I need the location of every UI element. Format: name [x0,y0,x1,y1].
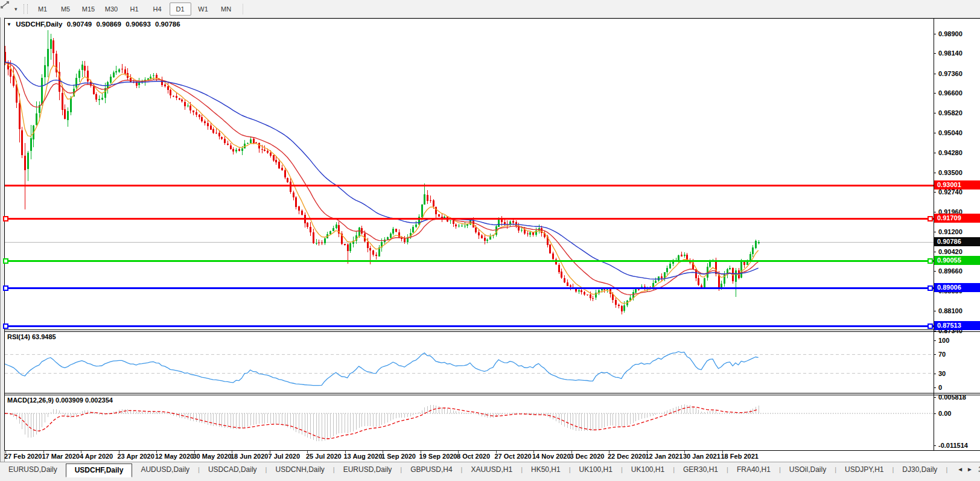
date-label: 30 Jan 2021 [683,453,721,460]
price-level-chip: 0.91709 [934,214,980,223]
timeframe-button-m1[interactable]: M1 [32,2,54,16]
chart-tab-ger30-h1[interactable]: GER30,H1 [675,463,727,476]
chart-tab-usdcnh-daily[interactable]: USDCNH,Daily [267,463,332,476]
timeframe-button-h1[interactable]: H1 [124,2,145,16]
axis-tick [934,252,936,252]
line-handle-right[interactable] [928,323,933,329]
timeframe-button-m5[interactable]: M5 [55,2,77,16]
chart-tab-uk100-h1[interactable]: UK100,H1 [571,463,621,476]
date-label: 19 Sep 2020 [419,453,457,460]
price-level-chip: 0.93001 [934,180,980,190]
horizontal-level-line[interactable] [5,185,934,186]
chart-tab-eurusd-daily[interactable]: EURUSD,Daily [335,463,401,476]
chart-collapse-icon[interactable]: ▼ [7,22,11,27]
trading-platform-window: ▾ M1M5M15M30H1H4D1W1MN ▼ USDCHF,Daily 0.… [0,0,980,481]
axis-tick-label: 100 [938,337,949,344]
axis-tick [934,354,936,355]
axis-tick-label: 0.89660 [938,267,962,275]
line-handle-left[interactable] [3,258,8,264]
chart-tab-gbpusd-h4[interactable]: GBPUSD,H4 [402,463,460,476]
main-chart-canvas[interactable] [5,19,934,330]
chart-tab-uk100-h1[interactable]: UK100,H1 [623,463,673,476]
date-label: 22 Dec 2020 [608,453,646,460]
rsi-pane[interactable] [5,332,934,393]
date-label: 8 Oct 2020 [457,453,490,460]
line-studies-icon[interactable] [2,4,14,14]
horizontal-level-line[interactable] [5,218,934,220]
timeframe-button-m15[interactable]: M15 [78,2,100,16]
ohlc-open: 0.90749 [67,21,92,28]
timeframe-button-mn[interactable]: MN [215,2,237,16]
horizontal-level-line[interactable] [5,325,934,327]
date-label: 7 Jul 2020 [269,453,301,460]
axis-tick [934,397,936,398]
axis-tick-label: 0.90420 [938,248,962,255]
toolbar-grip[interactable] [24,4,28,14]
tab-scroll-left-icon[interactable]: ◄ [957,466,967,473]
price-level-chip: 0.89006 [934,283,980,292]
ohlc-low: 0.90693 [126,21,151,28]
date-label: 12 Jan 2021 [646,453,683,460]
axis-tick [934,232,936,232]
chart-tab-bar: EURUSD,DailyUSDCHF,DailyAUDUSD,Daily|USD… [0,462,980,481]
date-label: 18 Feb 2021 [721,453,759,460]
axis-tick [934,173,936,173]
timeframe-button-m30[interactable]: M30 [101,2,122,16]
rsi-plot [5,332,934,393]
axis-tick [934,445,936,446]
chart-tab-xauusd-h1[interactable]: XAUUSD,H1 [462,463,521,476]
chart-tab-audusd-daily[interactable]: AUDUSD,Daily [132,463,198,476]
axis-tick-label: 0.00 [938,410,951,417]
date-label: 27 Feb 2020 [4,453,42,460]
timeframe-button-h4[interactable]: H4 [147,2,168,16]
macd-plot [5,395,934,450]
axis-tick [934,34,936,34]
date-label: 4 Apr 2020 [80,453,113,460]
date-label: 18 Jun 2020 [231,453,268,460]
chart-tab-eurusd-daily[interactable]: EURUSD,Daily [0,463,66,476]
price-level-chip: 0.87513 [934,321,980,330]
macd-splitter-top[interactable] [4,393,980,393]
axis-tick-label: 0.93500 [938,169,962,176]
line-handle-right[interactable] [928,216,933,221]
chevron-down-icon[interactable]: ▾ [14,6,18,12]
date-label: 17 Mar 2020 [42,453,80,460]
current-price-chip: 0.90786 [934,237,980,246]
axis-tick [934,113,936,113]
timeframe-toolbar: ▾ M1M5M15M30H1H4D1W1MN [0,0,980,18]
timeframe-button-w1[interactable]: W1 [192,2,214,16]
tab-scroll-right-icon[interactable]: ► [967,466,976,473]
chart-tab-usdjpy-h1[interactable]: USDJPY,H1 [836,463,892,476]
horizontal-level-line[interactable] [5,260,934,262]
axis-tick-label: 0.95820 [938,109,962,116]
horizontal-level-line[interactable] [5,287,934,289]
line-handle-right[interactable] [928,258,933,264]
date-axis-border [4,450,980,451]
line-handle-left[interactable] [3,216,8,221]
macd-label: MACD(12,26,9) 0.003909 0.002354 [7,397,113,404]
timeframe-button-d1[interactable]: D1 [170,2,191,16]
macd-pane[interactable] [5,395,934,450]
date-label: 30 May 2020 [193,453,232,460]
axis-tick [934,271,936,272]
date-label: 25 Jul 2020 [306,453,342,460]
chart-tab-dj30-daily[interactable]: DJ30,Daily [894,463,946,476]
axis-tick [934,74,936,74]
rsi-splitter-top[interactable] [4,330,980,330]
date-label: 13 Aug 2020 [344,453,383,460]
axis-tick [934,374,936,374]
date-label: 14 Nov 2020 [532,453,571,460]
line-handle-right[interactable] [928,285,933,291]
tab-scroll-buttons: ◄► [955,465,978,474]
line-handle-left[interactable] [3,323,8,329]
chart-tab-usoil-daily[interactable]: USOil,Daily [781,463,835,476]
axis-tick-label: 70 [938,351,946,358]
axis-tick-label: 0.91200 [938,228,962,235]
line-handle-left[interactable] [3,285,8,291]
chart-tab-fra40-h1[interactable]: FRA40,H1 [728,463,779,476]
chart-tab-usdcad-daily[interactable]: USDCAD,Daily [200,463,266,476]
chart-tab-usdchf-daily[interactable]: USDCHF,Daily [66,463,133,477]
axis-tick-label: 30 [938,370,946,377]
chart-tab-hk50-h1[interactable]: HK50,H1 [523,463,569,476]
axis-tick [934,331,936,331]
